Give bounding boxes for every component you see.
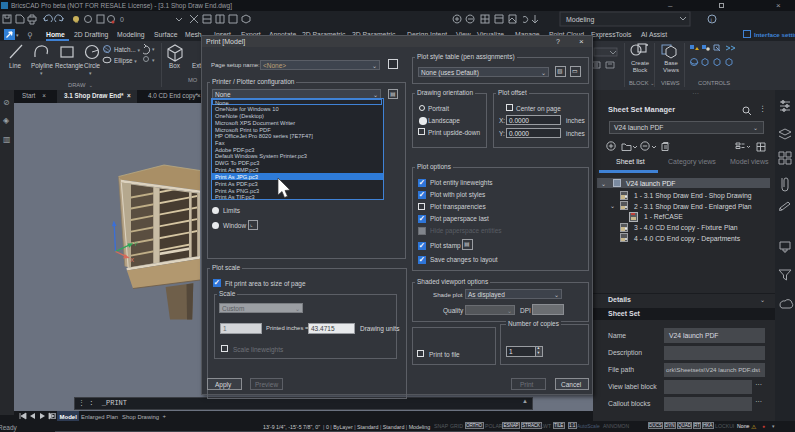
svg-text:X: X — [130, 257, 134, 263]
svg-text:i: i — [711, 17, 712, 23]
svg-text:Y: Y — [134, 241, 138, 247]
svg-text:Modeling: Modeling — [566, 16, 595, 24]
svg-text:0: 0 — [120, 16, 124, 23]
